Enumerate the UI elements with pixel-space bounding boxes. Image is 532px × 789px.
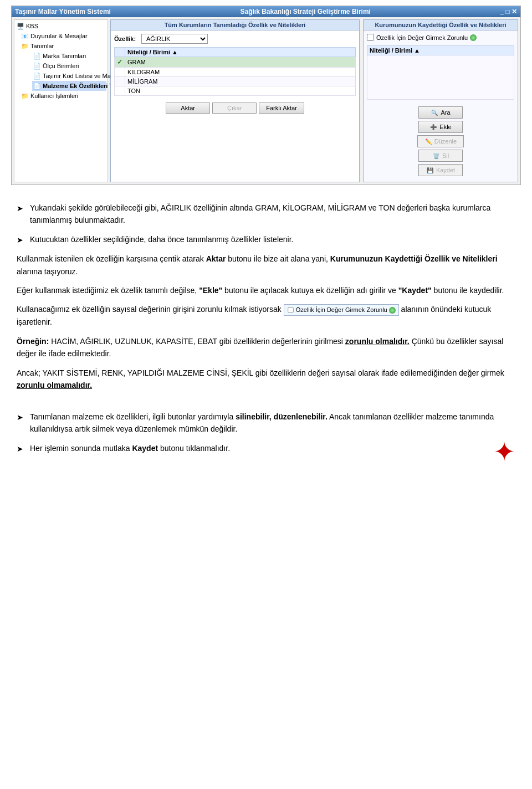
bullet3-bold: silinebilir, düzenlenebilir. — [236, 412, 328, 421]
bullet4-kaydet: Kaydet — [132, 444, 158, 453]
checkmark-icon: ✓ — [117, 58, 122, 66]
delete-icon: 🗑️ — [432, 152, 440, 160]
tanimlar-icon: 📁 — [21, 42, 29, 50]
titlebar-center: Sağlık Bakanlığı Strateji Geliştirme Bir… — [240, 8, 370, 16]
row-label: KİLOGRAM — [125, 68, 356, 77]
aktar-button[interactable]: Aktar — [166, 103, 210, 114]
tasin-icon: 📄 — [33, 72, 41, 80]
sidebar-kbs-label: KBS — [26, 23, 38, 29]
farkli-aktar-button[interactable]: Farklı Aktar — [259, 103, 304, 114]
main-window: Taşınır Mallar Yönetim Sistemi Sağlık Ba… — [11, 6, 521, 185]
ozellik-zorunlu-row: Özellik İçin Değer Girmek Zorunlu — [367, 34, 514, 41]
sidebar-item-kullanici[interactable]: 📁 Kullanıcı İşlemleri — [20, 91, 106, 101]
bullet-item-3: ➤ Tanımlanan malzeme ek özellikleri, ilg… — [17, 411, 515, 436]
th-checkbox — [115, 48, 125, 57]
table-row[interactable]: MİLİGRAM — [115, 77, 356, 86]
table-row[interactable]: KİLOGRAM — [115, 68, 356, 77]
paragraph-ancak: Ancak; YAKIT SİSTEMİ, RENK, YAPILDIĞI MA… — [17, 367, 515, 392]
text-content: ➤ Yukarıdaki şekilde görülebileceği gibi… — [0, 191, 532, 491]
kbs-icon: 🖥️ — [17, 22, 24, 30]
right-panel: Kurumunuzun Kaydettiği Özellik ve Niteli… — [363, 19, 518, 182]
sidebar-item-marka[interactable]: 📄 Marka Tanımları — [32, 51, 106, 61]
bullet3-pre: Tanımlanan malzeme ek özellikleri, ilgil… — [30, 412, 236, 421]
sidebar-item-olcu[interactable]: 📄 Ölçü Birimleri — [32, 61, 106, 71]
save-icon: 💾 — [426, 166, 434, 174]
right-buttons-panel: 🔍 Ara ➕ Ekle ✏️ Düzenle 🗑️ — [367, 104, 514, 178]
row-checkbox-cell[interactable] — [115, 68, 125, 77]
ekle-label: Ekle — [439, 124, 451, 130]
row-checkbox-cell[interactable]: ✓ — [115, 57, 125, 68]
paragraph-ornek: Örneğin: HACİM, AĞIRLIK, UZUNLUK, KAPASİ… — [17, 335, 515, 360]
ozellik-zorunlu-label: Özellik İçin Değer Girmek Zorunlu — [376, 34, 468, 41]
para2-pre: Eğer kullanmak istediğimiz ek özellik ta… — [17, 286, 199, 295]
bullet4-pre: Her işlemin sonunda mutlaka — [30, 444, 132, 453]
sidebar-item-tanimlar[interactable]: 📁 Tanımlar — [20, 41, 106, 51]
ozellik-zorunlu-checkbox[interactable] — [367, 34, 374, 41]
para1-bold2: Kurumunuzun Kaydettiği Özellik ve Niteli… — [330, 254, 498, 263]
row-label: GRAM — [125, 57, 356, 68]
para3-pre: Kullanacağımız ek özelliğin sayısal değe… — [17, 305, 284, 314]
ara-label: Ara — [441, 109, 450, 116]
paragraph-1: Kullanmak istenilen ek özelliğin karşısı… — [17, 253, 515, 278]
window-titlebar: Taşınır Mallar Yönetim Sistemi Sağlık Ba… — [12, 6, 520, 17]
sidebar-item-tasin[interactable]: 📄 Taşınır Kod Listesi ve Malzemeler — [32, 71, 106, 81]
sidebar-group-main: 📧 Duyurular & Mesajlar 📁 Tanımlar 📄 Mark… — [20, 31, 106, 101]
window-body: 🖥️ KBS 📧 Duyurular & Mesajlar 📁 Tanımlar… — [12, 17, 520, 185]
sidebar-kullanici-label: Kullanıcı İşlemleri — [30, 93, 78, 99]
arrow-icon-1: ➤ — [17, 202, 25, 214]
nitelik-table-right: Niteliği / Birimi ▲ — [367, 45, 514, 100]
kullanici-icon: 📁 — [21, 92, 29, 100]
main-content: Tüm Kurumların Tanımladığı Özellik ve Ni… — [110, 19, 518, 182]
ancak-zorunlu: zorunlu olmamalıdır. — [17, 381, 92, 390]
para2-ekle: "Ekle" — [199, 286, 222, 295]
titlebar-left: Taşınır Mallar Yönetim Sistemi — [15, 8, 111, 16]
row-label: MİLİGRAM — [125, 77, 356, 86]
paragraph-3: Kullanacağımız ek özelliğin sayısal değe… — [17, 303, 515, 328]
th-nitelik: Niteliği / Birimi ▲ — [125, 48, 356, 57]
bullet-item-1: ➤ Yukarıdaki şekilde görülebileceği gibi… — [17, 202, 515, 227]
titlebar-controls: _ □ ✕ — [500, 8, 517, 16]
para2-kaydet: "Kaydet" — [398, 286, 432, 295]
sil-button: 🗑️ Sil — [418, 150, 463, 162]
ara-button[interactable]: 🔍 Ara — [418, 106, 463, 119]
row-checkbox-cell[interactable] — [115, 86, 125, 96]
th-nitelik-right: Niteliği / Birimi ▲ — [367, 46, 514, 55]
ozellik-select[interactable]: AĞIRLIK — [141, 34, 208, 44]
ekle-button[interactable]: ➕ Ekle — [418, 121, 463, 133]
bullet-text-1: Yukarıdaki şekilde görülebileceği gibi, … — [30, 202, 515, 227]
sidebar-item-kbs[interactable]: 🖥️ KBS — [16, 21, 106, 31]
table-row[interactable]: TON — [115, 86, 356, 96]
ornek-text: HACİM, AĞIRLIK, UZUNLUK, KAPASİTE, EBAT … — [49, 337, 345, 346]
kaydet-button-right: 💾 Kaydet — [418, 164, 463, 176]
ozellik-row: Özellik: AĞIRLIK — [114, 34, 356, 44]
ancak-pre: Ancak; YAKIT SİSTEMİ, RENK, YAPILDIĞI MA… — [17, 368, 504, 377]
bullet-item-2: ➤ Kutucuktan özellikler seçildiğinde, da… — [17, 233, 515, 246]
left-buttons-panel: Aktar Çıkar Farklı Aktar — [114, 100, 356, 116]
arrow-icon-3: ➤ — [17, 411, 25, 423]
duzenle-label: Düzenle — [434, 138, 457, 145]
olcu-icon: 📄 — [33, 62, 41, 70]
sidebar-subgroup-tanimlar: 📄 Marka Tanımları 📄 Ölçü Birimleri 📄 Taş… — [24, 51, 106, 91]
row-checkbox-cell[interactable] — [115, 77, 125, 86]
bullet4-end: butonu tıklanmalıdır. — [158, 444, 230, 453]
edit-icon: ✏️ — [424, 137, 432, 145]
bullet-item-4: ➤ Her işlemin sonunda mutlaka Kaydet but… — [17, 442, 515, 474]
arrow-icon-4: ➤ — [17, 443, 25, 455]
badge-checkbox[interactable] — [288, 307, 293, 312]
sil-label: Sil — [442, 152, 449, 159]
kaydet-label: Kaydet — [436, 167, 455, 173]
malzeme-icon: 📄 — [33, 82, 41, 90]
para2-mid: butonu ile açılacak kutuya ek özelliğin … — [222, 286, 398, 295]
add-icon: ➕ — [429, 123, 437, 131]
para1-aktar: Aktar — [206, 254, 226, 263]
bullet-text-4: Her işlemin sonunda mutlaka Kaydet buton… — [30, 442, 489, 454]
search-icon: 🔍 — [431, 109, 438, 116]
nitelik-table-left: Niteliği / Birimi ▲ ✓ GRAM KİLOGRAM MİLİ… — [114, 47, 356, 96]
sidebar: 🖥️ KBS 📧 Duyurular & Mesajlar 📁 Tanımlar… — [14, 19, 108, 182]
sidebar-item-malzeme[interactable]: 📄 Malzeme Ek Özellikleri Tanımlama — [32, 81, 106, 91]
table-row[interactable]: ✓ GRAM — [115, 57, 356, 68]
green-circle-icon — [470, 34, 477, 41]
sidebar-item-duyurular[interactable]: 📧 Duyurular & Mesajlar — [20, 31, 106, 41]
left-panel-title: Tüm Kurumların Tanımladığı Özellik ve Ni… — [111, 20, 359, 30]
left-panel: Tüm Kurumların Tanımladığı Özellik ve Ni… — [110, 19, 360, 182]
